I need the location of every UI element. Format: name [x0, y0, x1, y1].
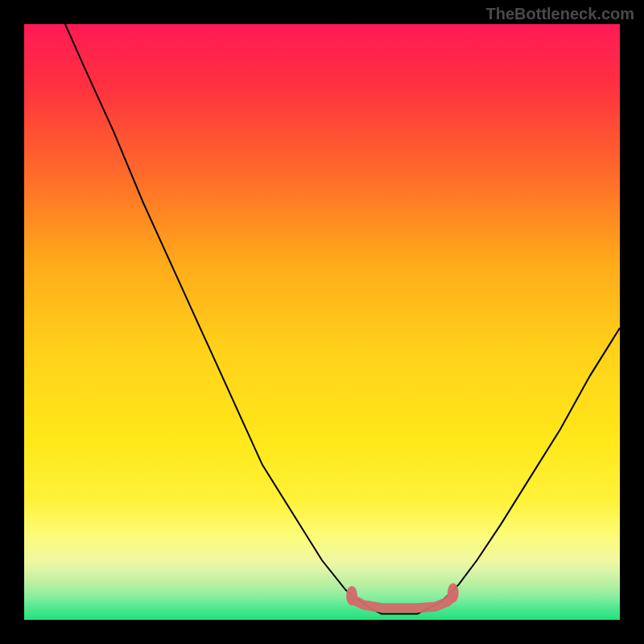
plot-area [24, 24, 620, 620]
watermark-text: TheBottleneck.com [486, 5, 634, 23]
chart-container: TheBottleneck.com [0, 0, 644, 644]
chart-svg [24, 24, 620, 620]
flat-zone-end-marker [346, 586, 357, 605]
flat-zone-end-marker [448, 583, 459, 602]
gradient-background [24, 24, 620, 620]
